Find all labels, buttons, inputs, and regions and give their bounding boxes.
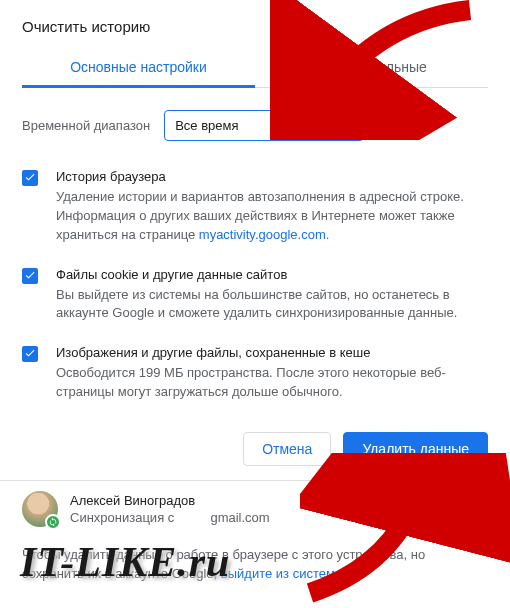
tabs: Основные настройки Дополнительные xyxy=(22,49,488,88)
option-cookies-desc: Вы выйдете из системы на большинстве сай… xyxy=(56,286,488,324)
checkbox-cache[interactable] xyxy=(22,346,38,362)
avatar xyxy=(22,491,58,527)
sign-out-link[interactable]: выйдите из системы xyxy=(221,566,344,581)
option-cookies-title: Файлы cookie и другие данные сайтов xyxy=(56,267,488,282)
profile-name: Алексей Виноградов xyxy=(70,493,270,508)
delete-data-button[interactable]: Удалить данные xyxy=(343,432,488,466)
tab-basic[interactable]: Основные настройки xyxy=(22,49,255,87)
option-cache-desc: Освободится 199 МБ пространства. После э… xyxy=(56,364,488,402)
option-cache: Изображения и другие файлы, сохраненные … xyxy=(22,345,488,402)
profile-section: Алексей Виноградов Синхронизация с gmail… xyxy=(0,481,510,537)
check-icon xyxy=(24,171,36,183)
option-cache-title: Изображения и другие файлы, сохраненные … xyxy=(56,345,488,360)
myactivity-link[interactable]: myactivity.google.com xyxy=(199,227,326,242)
sync-badge-icon xyxy=(45,514,61,530)
time-range-value: Все время xyxy=(175,118,238,133)
check-icon xyxy=(24,269,36,281)
cancel-button[interactable]: Отмена xyxy=(243,432,331,466)
option-history-desc: Удаление истории и вариантов автозаполне… xyxy=(56,188,488,245)
time-range-label: Временной диапазон xyxy=(22,118,150,133)
option-cookies: Файлы cookie и другие данные сайтов Вы в… xyxy=(22,267,488,324)
tab-advanced[interactable]: Дополнительные xyxy=(255,49,488,87)
option-history: История браузера Удаление истории и вари… xyxy=(22,169,488,245)
checkbox-history[interactable] xyxy=(22,170,38,186)
footer-note: Чтобы удалить данные о работе в браузере… xyxy=(0,537,510,598)
option-history-title: История браузера xyxy=(56,169,488,184)
check-icon xyxy=(24,347,36,359)
profile-sync: Синхронизация с gmail.com xyxy=(70,510,270,525)
checkbox-cookies[interactable] xyxy=(22,268,38,284)
dialog-title: Очистить историю xyxy=(22,18,488,35)
time-range-select[interactable]: Все время ▼ xyxy=(164,110,364,141)
chevron-down-icon: ▼ xyxy=(343,120,353,131)
